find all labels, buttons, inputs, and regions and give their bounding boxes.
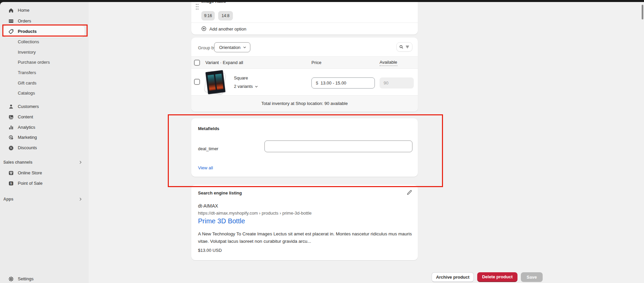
option-title: Image Ratio: [201, 2, 226, 4]
top-nav-bar-edge: [0, 0, 644, 2]
sidebar-item-label: Settings: [18, 274, 34, 283]
inventory-total-bar: Total inventory at Shop location: 90 ava…: [191, 95, 418, 112]
variant-row: Square 2 variants $ 13.00 - 15.00: [191, 69, 418, 95]
chevron-down-icon: [254, 84, 258, 89]
sidebar-item-label: Customers: [18, 102, 39, 111]
search-filter-button[interactable]: [396, 42, 412, 52]
select-all-checkbox[interactable]: [194, 60, 200, 66]
metafield-key-label: deal_timer: [198, 146, 218, 151]
variant-thumbnail-front-image: [205, 70, 226, 94]
sidebar-item-gift-cards[interactable]: Gift cards: [0, 78, 89, 88]
sidebar-item-products[interactable]: Products: [0, 27, 89, 36]
price-range-value: 13.00 - 15.00: [320, 80, 346, 86]
sidebar-item-label: Home: [18, 6, 30, 15]
chevron-right-icon: [79, 197, 83, 201]
seo-description: A New Technology To Create Images Lectus…: [198, 230, 413, 245]
svg-text:$: $: [10, 182, 12, 185]
apps-label: Apps: [3, 197, 13, 202]
sidebar-item-collections[interactable]: Collections: [0, 37, 89, 47]
sidebar-item-orders[interactable]: Orders: [0, 16, 89, 26]
sidebar-item-customers[interactable]: Customers: [0, 102, 89, 111]
sidebar-item-label: Products: [18, 27, 37, 36]
sidebar-section-sales-channels[interactable]: Sales channels: [3, 158, 85, 167]
plus-circle-icon: [201, 26, 207, 32]
settings-icon: [8, 276, 14, 282]
metafields-card: Metafields deal_timer View all: [191, 118, 418, 177]
sidebar-item-home[interactable]: Home: [0, 6, 89, 15]
add-another-option-button[interactable]: Add another option: [209, 26, 246, 32]
option-card: Image Ratio 9:16 14:8 Add another option: [191, 2, 418, 35]
view-all-link[interactable]: View all: [198, 165, 213, 170]
option-chip[interactable]: 14:8: [218, 11, 233, 20]
filter-icon: [405, 45, 410, 49]
save-button-disabled[interactable]: Save: [521, 272, 543, 282]
edit-pencil-icon[interactable]: [406, 190, 412, 196]
sidebar-item-discounts[interactable]: Discounts: [0, 143, 89, 153]
sidebar-item-settings[interactable]: Settings: [0, 274, 89, 283]
archive-product-button[interactable]: Archive product: [432, 272, 474, 282]
home-icon: [8, 7, 14, 13]
sidebar-item-label: Collections: [18, 37, 39, 47]
available-quantity-field[interactable]: [380, 77, 414, 89]
metafields-title: Metafields: [198, 126, 219, 131]
analytics-icon: [8, 124, 14, 130]
search-icon: [399, 45, 404, 49]
metafield-value-input[interactable]: [264, 140, 412, 152]
sidebar-item-label: Inventory: [18, 48, 36, 57]
sidebar-item-catalogs[interactable]: Catalogs: [0, 89, 89, 98]
drag-handle-icon[interactable]: [195, 3, 199, 10]
sidebar-item-label: Marketing: [18, 133, 37, 142]
variant-column-header[interactable]: Variant · Expand all: [205, 57, 243, 68]
bottle-poster-image: [215, 74, 223, 90]
products-icon: [8, 29, 14, 35]
price-range-field[interactable]: $ 13.00 - 15.00: [311, 77, 375, 89]
sidebar: Home Orders Products Collections Invento…: [0, 2, 89, 283]
delete-product-button[interactable]: Delete product: [477, 272, 517, 282]
sidebar-item-inventory[interactable]: Inventory: [0, 48, 89, 57]
sidebar-item-online-store[interactable]: Online Store: [0, 168, 89, 178]
sidebar-item-transfers[interactable]: Transfers: [0, 68, 89, 77]
sidebar-item-label: Discounts: [18, 143, 37, 153]
sidebar-item-analytics[interactable]: Analytics: [0, 123, 89, 132]
sidebar-item-label: Orders: [18, 16, 31, 26]
sidebar-item-purchase-orders[interactable]: Purchase orders: [0, 58, 89, 67]
group-by-value: Orientation: [219, 45, 241, 50]
variant-count-label: 2 variants: [234, 84, 253, 89]
seo-card: Search engine listing dt-AIMAX https://d…: [191, 185, 418, 260]
chevron-right-icon: [79, 160, 83, 164]
scrollbar-thumb[interactable]: [642, 5, 643, 19]
variant-table-header: Variant · Expand all Price Available: [191, 56, 418, 69]
orders-icon: [8, 18, 14, 24]
sidebar-item-point-of-sale[interactable]: $ Point of Sale: [0, 179, 89, 188]
seo-page-title-link[interactable]: Prime 3D Bottle: [198, 217, 245, 225]
group-by-select[interactable]: Orientation: [214, 42, 250, 52]
sidebar-item-label: Point of Sale: [18, 179, 43, 188]
main-content: Image Ratio 9:16 14:8 Add another option…: [89, 2, 644, 283]
group-by-label: Group by: [198, 45, 216, 50]
sidebar-item-label: Analytics: [18, 123, 35, 132]
sidebar-item-label: Online Store: [18, 168, 42, 178]
chevron-down-icon: [243, 45, 247, 49]
bottle-poster-image: [207, 74, 215, 91]
sidebar-item-label: Content: [18, 112, 33, 122]
sidebar-item-label: Gift cards: [18, 78, 37, 88]
sales-channels-label: Sales channels: [3, 160, 33, 165]
seo-site-name: dt-AIMAX: [198, 203, 218, 209]
seo-price: $13.00 USD: [198, 248, 222, 253]
price-column-header: Price: [311, 57, 321, 68]
discounts-icon: [8, 145, 14, 151]
variant-row-checkbox[interactable]: [194, 79, 200, 85]
sidebar-item-content[interactable]: Content: [0, 112, 89, 122]
point-of-sale-icon: $: [8, 180, 14, 186]
sidebar-item-label: Transfers: [18, 68, 36, 77]
variant-expand-toggle[interactable]: 2 variants: [234, 84, 258, 89]
marketing-icon: [8, 134, 14, 140]
sidebar-item-label: Catalogs: [18, 89, 35, 98]
content-icon: [8, 114, 14, 120]
seo-card-title: Search engine listing: [198, 190, 242, 195]
variant-thumbnail[interactable]: [204, 70, 228, 95]
online-store-icon: [8, 170, 14, 176]
sidebar-section-apps[interactable]: Apps: [3, 194, 85, 204]
option-chip[interactable]: 9:16: [201, 11, 215, 20]
sidebar-item-marketing[interactable]: Marketing: [0, 133, 89, 142]
